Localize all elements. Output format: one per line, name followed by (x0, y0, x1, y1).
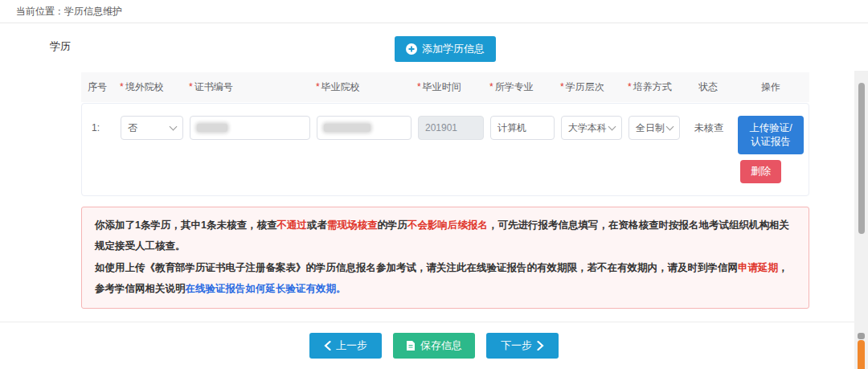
education-table: 序号 *境外院校 *证书编号 *毕业院校 *毕业时间 *所学专业 *学历层次 *… (81, 72, 809, 196)
education-notice-box: 你添加了1条学历，其中1条未核查，核查不通过或者需现场核查的学历不会影响后续报名… (81, 207, 809, 309)
certificate-number-field[interactable] (190, 116, 310, 140)
header-cell-graduation-school: *毕业院校 (316, 80, 411, 94)
save-document-icon (406, 340, 416, 351)
breadcrumb: 当前位置：学历信息维护 (0, 0, 868, 23)
scrollbar-cap (858, 333, 865, 339)
education-level-select-value: 大学本科 (568, 121, 607, 135)
header-cell-overseas: *境外院校 (120, 80, 182, 94)
chevron-left-icon (324, 341, 331, 351)
breadcrumb-label: 当前位置：学历信息维护 (16, 5, 122, 18)
education-table-header: 序号 *境外院校 *证书编号 *毕业院校 *毕业时间 *所学专业 *学历层次 *… (81, 72, 809, 102)
header-cell-status: 状态 (686, 80, 731, 94)
plus-circle-icon (406, 43, 417, 55)
prev-step-button-label: 上一步 (336, 338, 367, 353)
chevron-right-icon (537, 341, 544, 351)
overseas-school-select[interactable]: 否 (121, 116, 183, 140)
graduation-time-value: 201901 (425, 122, 457, 133)
row-index: 1: (87, 116, 114, 140)
major-field[interactable]: 计算机 (490, 116, 555, 140)
header-cell-index: 序号 (86, 80, 113, 94)
chevron-down-icon (608, 122, 616, 130)
header-cell-education-level: *学历层次 (560, 80, 621, 94)
delete-button[interactable]: 删除 (740, 160, 781, 183)
header-cell-certificate-no: *证书编号 (189, 80, 309, 94)
prev-step-button[interactable]: 上一步 (309, 333, 382, 359)
orange-scroll-indicator[interactable] (858, 340, 865, 369)
next-step-button[interactable]: 下一步 (486, 333, 559, 359)
chevron-down-icon (666, 122, 674, 130)
header-cell-major: *所学专业 (489, 80, 554, 94)
status-text: 未核查 (686, 116, 731, 140)
upload-report-button[interactable]: 上传验证/认证报告 (738, 116, 804, 154)
save-button-label: 保存信息 (420, 338, 462, 353)
notice-paragraph: 如使用上传《教育部学历证书电子注册备案表》的学历信息报名参加考试，请关注此在线验… (95, 258, 796, 299)
add-education-button-label: 添加学历信息 (422, 42, 485, 56)
education-maintenance-page: 当前位置：学历信息维护 学历 添加学历信息 序号 * (0, 0, 868, 369)
header-cell-operation: 操作 (737, 80, 805, 94)
next-step-button-label: 下一步 (501, 338, 532, 353)
overseas-school-select-value: 否 (128, 121, 137, 135)
header-cell-study-mode: *培养方式 (628, 80, 679, 94)
graduation-school-field[interactable] (317, 116, 411, 140)
graduation-time-field: 201901 (418, 116, 484, 140)
redacted-certificate-number (197, 124, 227, 132)
study-mode-select[interactable]: 全日制 (628, 116, 680, 140)
education-table-row: 1: 否 (81, 103, 809, 196)
education-section: 学历 添加学历信息 序号 *境外院校 *证书编号 (0, 23, 868, 309)
study-mode-select-value: 全日制 (636, 121, 665, 135)
notice-paragraph: 你添加了1条学历，其中1条未核查，核查不通过或者需现场核查的学历不会影响后续报名… (95, 215, 796, 256)
operation-cell: 上传验证/认证报告 删除 (738, 116, 804, 183)
header-cell-graduation-time: *毕业时间 (417, 80, 483, 94)
chevron-down-icon (170, 122, 178, 130)
add-education-button[interactable]: 添加学历信息 (395, 36, 496, 62)
redacted-graduation-school (324, 124, 371, 132)
education-level-select[interactable]: 大学本科 (561, 116, 622, 140)
education-section-label: 学历 (50, 36, 81, 54)
step-actions: 上一步 保存信息 下一步 (0, 322, 868, 369)
major-value: 计算机 (497, 121, 526, 135)
scrollbar-thumb[interactable] (858, 83, 865, 234)
save-button[interactable]: 保存信息 (393, 333, 475, 359)
